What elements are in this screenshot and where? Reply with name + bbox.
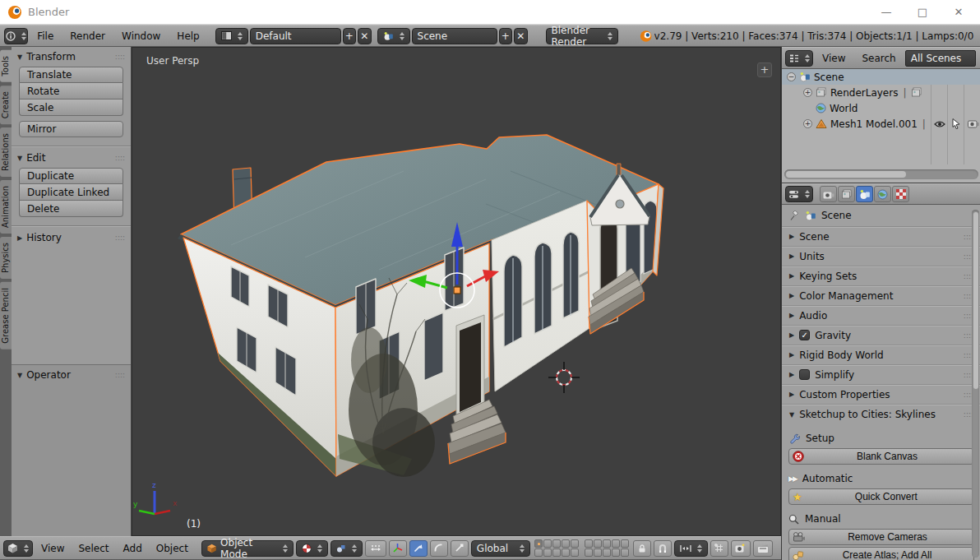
duplicate-linked-button[interactable]: Duplicate Linked bbox=[19, 184, 123, 201]
tab-create[interactable]: Create bbox=[0, 86, 12, 124]
menu-add[interactable]: Add bbox=[118, 543, 148, 554]
add-screen-layout-button[interactable]: + bbox=[343, 28, 356, 44]
tab-scene[interactable] bbox=[856, 186, 873, 202]
editor-type-selector[interactable] bbox=[4, 28, 28, 44]
panel-header-gravity[interactable]: ▶ ✓ Gravity :::: bbox=[782, 326, 980, 345]
minimize-button[interactable]: — bbox=[879, 6, 894, 18]
panel-header-transform[interactable]: ▼ Transform :::: bbox=[12, 47, 131, 65]
panel-header-units[interactable]: ▶ Units :::: bbox=[782, 247, 980, 266]
manipulator-toggle[interactable] bbox=[389, 540, 407, 557]
tab-render[interactable] bbox=[820, 186, 837, 202]
screen-layout-name-field[interactable]: Default bbox=[250, 28, 341, 44]
tab-grease-pencil[interactable]: Grease Pencil bbox=[0, 282, 12, 349]
expand-expander-icon[interactable]: + bbox=[803, 119, 812, 128]
visibility-eye-icon[interactable] bbox=[934, 120, 945, 128]
tab-texture[interactable] bbox=[892, 186, 909, 202]
blank-canvas-button[interactable]: Blank Canvas bbox=[788, 448, 974, 465]
panel-header-scene[interactable]: ▶ Scene :::: bbox=[782, 227, 980, 247]
manipulator-translate-button[interactable] bbox=[409, 540, 428, 557]
menu-file[interactable]: File bbox=[30, 30, 61, 42]
rotate-button[interactable]: Rotate bbox=[19, 83, 123, 100]
panel-header-color-management[interactable]: ▶ Color Management :::: bbox=[782, 286, 980, 306]
quick-convert-button[interactable]: ★ Quick Convert bbox=[788, 488, 974, 505]
outliner-display-filter[interactable]: All Scenes bbox=[905, 50, 976, 67]
outliner-horizontal-scrollbar[interactable] bbox=[784, 169, 978, 179]
pivot-point-selector[interactable] bbox=[331, 540, 363, 557]
pin-icon[interactable] bbox=[789, 211, 800, 221]
expand-expander-icon[interactable]: + bbox=[803, 88, 812, 97]
outliner-row-world[interactable]: World bbox=[782, 100, 980, 116]
menu-object[interactable]: Object bbox=[150, 543, 194, 554]
panel-header-operator[interactable]: ▼ Operator :::: bbox=[12, 365, 131, 383]
outliner-row-renderlayers[interactable]: + RenderLayers | bbox=[782, 85, 980, 100]
editor-type-selector[interactable] bbox=[785, 50, 813, 67]
snap-toggle[interactable] bbox=[654, 540, 672, 557]
pivot-align-toggle[interactable] bbox=[365, 540, 386, 557]
mirror-button[interactable]: Mirror bbox=[19, 121, 123, 137]
outliner-row-scene[interactable]: − Scene bbox=[782, 69, 980, 85]
properties-vertical-scrollbar[interactable] bbox=[972, 210, 979, 558]
tab-tools[interactable]: Tools bbox=[0, 50, 12, 82]
renderlayer-toggle-icon[interactable] bbox=[911, 87, 922, 98]
simplify-checkbox-unchecked[interactable] bbox=[799, 369, 810, 380]
mode-selector[interactable]: Object Mode bbox=[201, 540, 294, 557]
editor-type-selector[interactable] bbox=[3, 540, 33, 557]
panel-header-rigid-body-world[interactable]: ▶ Rigid Body World :::: bbox=[782, 345, 980, 365]
scene-name-field[interactable]: Scene bbox=[412, 28, 497, 44]
close-button[interactable]: ✕ bbox=[951, 6, 966, 18]
opengl-render-animation-button[interactable] bbox=[753, 540, 773, 557]
maximize-button[interactable]: □ bbox=[915, 6, 930, 18]
duplicate-button[interactable]: Duplicate bbox=[19, 168, 123, 184]
opengl-render-image-button[interactable] bbox=[731, 540, 751, 557]
remove-cameras-button[interactable]: Remove Cameras bbox=[788, 529, 974, 545]
house-model[interactable] bbox=[178, 135, 663, 477]
menu-select[interactable]: Select bbox=[72, 543, 114, 554]
scale-button[interactable]: Scale bbox=[19, 100, 123, 116]
gravity-checkbox-checked[interactable]: ✓ bbox=[799, 330, 810, 340]
viewport-shading-selector[interactable] bbox=[296, 540, 328, 557]
collapse-expander-icon[interactable]: − bbox=[787, 72, 796, 81]
scene-selector-icon-button[interactable] bbox=[377, 28, 410, 44]
viewport-canvas[interactable]: z y x bbox=[132, 48, 780, 535]
create-atlas-add-all-button[interactable]: Create Atlas; Add All bbox=[788, 547, 974, 560]
menu-window[interactable]: Window bbox=[114, 30, 168, 42]
snap-element-selector[interactable] bbox=[674, 540, 708, 557]
delete-scene-button[interactable]: ✕ bbox=[514, 28, 527, 44]
renderability-camera-icon[interactable] bbox=[968, 119, 979, 128]
selectability-cursor-icon[interactable] bbox=[952, 118, 960, 129]
add-scene-button[interactable]: + bbox=[499, 28, 512, 44]
tab-animation[interactable]: Animation bbox=[0, 180, 12, 234]
delete-screen-layout-button[interactable]: ✕ bbox=[358, 28, 371, 44]
3d-viewport[interactable]: z y x User Persp (1) + bbox=[132, 47, 781, 536]
tab-render-layers[interactable] bbox=[838, 186, 855, 202]
delete-button[interactable]: Delete bbox=[19, 201, 123, 217]
open-properties-region-button[interactable]: + bbox=[757, 62, 772, 77]
panel-header-sketchup-to-cities-skylines[interactable]: ▼ Sketchup to Cities: Skylines :::: bbox=[782, 405, 980, 424]
layers-group-1[interactable] bbox=[534, 539, 579, 557]
manipulator-scale-button[interactable] bbox=[451, 540, 469, 557]
panel-header-simplify[interactable]: ▶ Simplify :::: bbox=[782, 365, 980, 385]
layers-group-2[interactable] bbox=[585, 539, 629, 557]
render-engine-selector[interactable]: Blender Render bbox=[546, 28, 619, 44]
outliner-menu-search[interactable]: Search bbox=[854, 53, 903, 64]
editor-type-selector[interactable] bbox=[785, 186, 813, 202]
translate-button[interactable]: Translate bbox=[19, 67, 123, 83]
outliner-menu-view[interactable]: View bbox=[815, 53, 853, 64]
menu-render[interactable]: Render bbox=[62, 30, 113, 42]
panel-header-history[interactable]: ▶ History :::: bbox=[12, 228, 131, 246]
lock-to-scene-toggle[interactable] bbox=[633, 540, 651, 557]
transform-orientation-selector[interactable]: Global bbox=[471, 540, 530, 557]
menu-help[interactable]: Help bbox=[169, 30, 206, 42]
manipulator-rotate-button[interactable] bbox=[430, 540, 448, 557]
tab-relations[interactable]: Relations bbox=[0, 127, 12, 177]
outliner-row-mesh1-model[interactable]: + Mesh1 Model.001 | bbox=[782, 116, 980, 132]
menu-view[interactable]: View bbox=[35, 543, 70, 554]
panel-header-keying-sets[interactable]: ▶ Keying Sets :::: bbox=[782, 266, 980, 286]
panel-header-edit[interactable]: ▼ Edit :::: bbox=[12, 148, 131, 166]
panel-header-custom-properties[interactable]: ▶ Custom Properties :::: bbox=[782, 385, 980, 405]
snap-target-button[interactable] bbox=[710, 540, 728, 557]
screen-layout-selector-icon-button[interactable] bbox=[215, 28, 248, 44]
tab-physics[interactable]: Physics bbox=[0, 237, 12, 279]
tab-world[interactable] bbox=[874, 186, 891, 202]
panel-header-audio[interactable]: ▶ Audio :::: bbox=[782, 306, 980, 326]
